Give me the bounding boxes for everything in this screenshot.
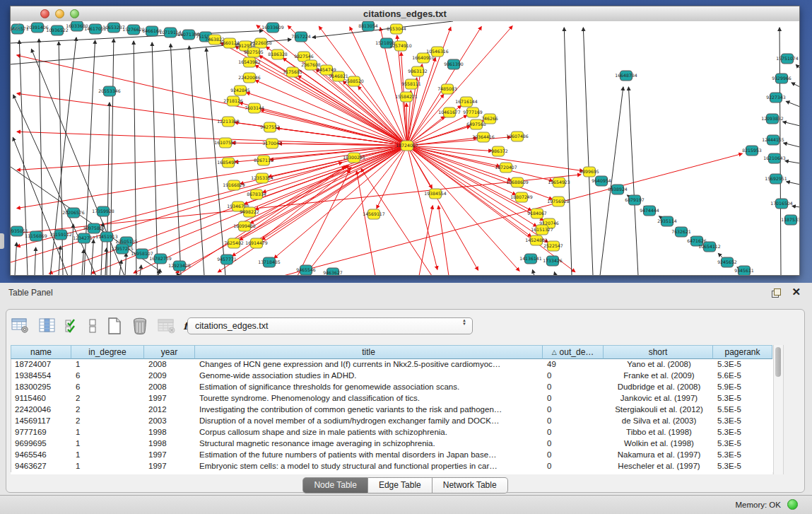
network-node[interactable]: 9899695	[579, 167, 599, 177]
network-node[interactable]: 9227343	[766, 93, 786, 103]
table-settings-icon[interactable]	[6, 315, 35, 337]
network-node[interactable]: 9457771	[217, 255, 237, 264]
network-node[interactable]: 17016504	[770, 199, 793, 209]
table-row[interactable]: 2242004622012Investigating the contribut…	[11, 404, 773, 416]
network-node[interactable]: 14569117	[363, 209, 385, 219]
column-header-short[interactable]: short	[604, 345, 713, 359]
network-node[interactable]: 9184067	[527, 209, 547, 218]
network-node[interactable]: 9245652	[717, 257, 737, 267]
network-node[interactable]: 15584271	[395, 92, 418, 102]
table-vertical-scrollbar[interactable]	[773, 345, 784, 474]
close-panel-icon[interactable]: ✕	[792, 286, 801, 298]
network-node[interactable]: 20553346	[98, 86, 121, 96]
network-node[interactable]: 9640954	[592, 176, 611, 186]
column-header-name[interactable]: name	[11, 345, 71, 359]
network-node[interactable]: 1733426	[543, 256, 563, 266]
network-node[interactable]: 11451913	[95, 232, 118, 242]
network-node[interactable]: 8186328	[268, 49, 288, 59]
network-node[interactable]: 12342757	[73, 233, 95, 243]
memory-ok-indicator[interactable]	[787, 499, 798, 510]
network-node[interactable]: 8267110	[254, 156, 273, 165]
table-row[interactable]: 1830029562008Estimation of significance …	[11, 382, 773, 393]
clear-selection-icon[interactable]	[83, 315, 102, 337]
network-node[interactable]: 2522547	[543, 241, 563, 251]
network-node[interactable]: 8813054	[358, 21, 378, 31]
sidebar-collapse-handle[interactable]	[0, 233, 4, 249]
table-row[interactable]: 946554611997Estimation of the future num…	[11, 450, 773, 461]
network-node[interactable]: 16716144	[455, 97, 478, 107]
network-node[interactable]: 16099488	[233, 221, 256, 231]
network-node[interactable]: 9863132	[408, 66, 428, 76]
network-node[interactable]: 9427552	[260, 122, 280, 132]
network-node[interactable]: 10461677	[438, 107, 461, 117]
column-header-in-degree[interactable]: in_degree	[71, 345, 144, 359]
network-node[interactable]: 8215953	[742, 146, 762, 156]
network-window[interactable]: citations_edges.txt 16405571203914061093…	[10, 6, 800, 276]
tab-edge-table[interactable]: Edge Table	[368, 477, 433, 493]
network-node[interactable]: 7986372	[488, 146, 508, 156]
network-node[interactable]: 9242845	[230, 86, 250, 95]
network-node[interactable]: 6497568	[466, 119, 486, 129]
network-node[interactable]: 9474444	[640, 206, 659, 216]
table-row[interactable]: 977716911998Corpus callosum shape and si…	[11, 427, 773, 438]
network-node[interactable]: 16543982	[238, 57, 261, 67]
network-node[interactable]: 12213389	[217, 117, 240, 127]
network-node[interactable]: 16854972	[217, 158, 240, 168]
table-row[interactable]: 969969511998Structural magnetic resonanc…	[11, 438, 773, 450]
network-node[interactable]: 16782759	[149, 254, 172, 264]
select-all-icon[interactable]	[60, 315, 83, 337]
network-node[interactable]: 8153044	[387, 24, 406, 34]
network-node[interactable]: 7857224	[291, 32, 311, 42]
table-row[interactable]: 1456911722003Disruption of a novel membe…	[11, 416, 773, 427]
network-node[interactable]: 16720407	[495, 163, 517, 173]
network-node[interactable]: 10607486	[506, 132, 529, 141]
network-node[interactable]: 3170043	[262, 139, 282, 148]
network-node[interactable]: 7632621	[671, 227, 691, 237]
network-node[interactable]: 8938924	[608, 185, 628, 194]
column-header-out-de[interactable]: △out_de…	[543, 345, 604, 359]
network-node[interactable]: 12444155	[762, 135, 784, 145]
column-visibility-icon[interactable]	[35, 315, 60, 337]
network-node[interactable]: 6879197	[625, 195, 645, 205]
network-node[interactable]: 19384554	[424, 189, 447, 199]
network-node[interactable]: 20391406	[26, 23, 49, 33]
network-node[interactable]: 2718126	[223, 96, 243, 106]
table-select-dropdown[interactable]: citations_edges.txt ▲▼	[187, 317, 473, 334]
network-node[interactable]: 9329966	[772, 74, 792, 83]
float-panel-icon[interactable]	[772, 288, 781, 298]
column-header-year[interactable]: year	[144, 345, 195, 359]
network-canvas[interactable]: 1640557120391406109365221603368014617052…	[11, 21, 799, 275]
network-node[interactable]: 16648784	[615, 71, 637, 81]
network-node[interactable]: 2935114	[657, 216, 677, 226]
network-node[interactable]: 12353354	[251, 173, 273, 183]
table-row[interactable]: 946362711997Embryonic stem cells: a mode…	[11, 461, 773, 472]
network-window-titlebar[interactable]: citations_edges.txt	[11, 6, 799, 22]
network-node[interactable]: 12574910	[389, 41, 412, 51]
network-node[interactable]: 746266	[481, 114, 498, 124]
delete-table-icon[interactable]	[127, 315, 153, 337]
network-node[interactable]: 18807249	[510, 192, 533, 202]
network-node[interactable]: 9861390	[444, 59, 464, 69]
network-node[interactable]: 16914479	[245, 238, 268, 248]
network-node[interactable]: 8678334	[247, 189, 266, 199]
network-node[interactable]: 14136141	[519, 254, 542, 264]
column-header-title[interactable]: title	[195, 345, 543, 359]
scrollbar-thumb[interactable]	[775, 347, 781, 377]
network-node[interactable]: 10654112	[698, 242, 721, 252]
new-table-icon[interactable]	[102, 315, 127, 337]
network-node[interactable]: 20364416	[472, 132, 495, 142]
table-row[interactable]: 1872400712008Changes of HCN gene express…	[11, 359, 773, 370]
network-node[interactable]: 10936522	[46, 25, 69, 35]
import-table-icon[interactable]	[153, 315, 181, 337]
network-node[interactable]: 16033609	[261, 23, 284, 33]
network-node[interactable]: 19654923	[548, 177, 570, 187]
window-resize-grip[interactable]	[11, 21, 20, 31]
network-node[interactable]: 9465546	[296, 265, 316, 275]
network-node[interactable]: 16107552	[214, 138, 237, 148]
network-node[interactable]: 10688609	[506, 177, 529, 187]
network-node[interactable]: 9463627	[323, 268, 343, 275]
network-node[interactable]: 7625402	[224, 238, 244, 248]
network-node[interactable]: 13718485	[258, 257, 281, 267]
table-row[interactable]: 911546021997Tourette syndrome. Phenomeno…	[11, 393, 773, 404]
network-node[interactable]: 1187533	[781, 215, 799, 225]
